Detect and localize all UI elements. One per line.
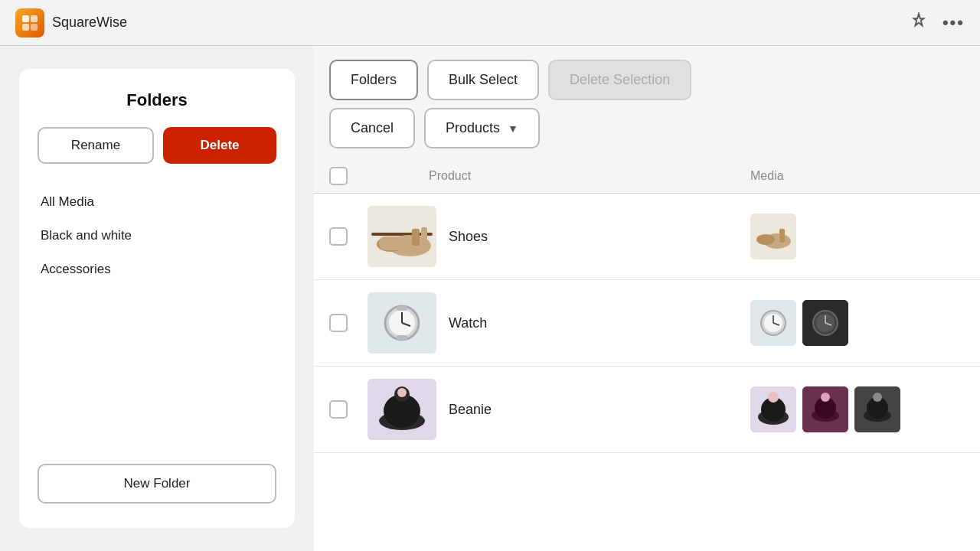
- new-folder-button[interactable]: New Folder: [38, 464, 276, 504]
- sidebar-item-all-media[interactable]: All Media: [38, 187, 276, 217]
- beanie-name: Beanie: [449, 402, 750, 418]
- table-row: Shoes: [314, 194, 980, 280]
- svg-rect-3: [31, 24, 38, 31]
- shoes-media-thumb-1[interactable]: [750, 214, 796, 259]
- svg-rect-9: [412, 229, 420, 246]
- topbar-left: SquareWise: [15, 8, 127, 37]
- table-header: Product Media: [314, 159, 980, 194]
- beanie-media: [750, 386, 965, 432]
- toolbar-row-1: Folders Bulk Select Delete Selection: [314, 46, 980, 108]
- svg-point-48: [873, 393, 882, 402]
- svg-point-44: [821, 393, 830, 402]
- beanie-checkbox[interactable]: [329, 400, 348, 419]
- delete-button[interactable]: Delete: [163, 127, 276, 164]
- svg-rect-1: [31, 15, 38, 22]
- header-product-col: Product: [368, 169, 750, 183]
- header-media-col: Media: [750, 169, 965, 183]
- svg-rect-2: [22, 24, 29, 31]
- watch-media: [750, 300, 965, 346]
- svg-point-36: [397, 388, 407, 397]
- beanie-media-thumb-3[interactable]: [854, 386, 900, 432]
- app-icon: [15, 8, 44, 37]
- svg-point-13: [756, 234, 775, 245]
- svg-rect-21: [397, 335, 407, 340]
- bulk-select-button[interactable]: Bulk Select: [427, 60, 539, 100]
- shoes-thumbnail: [368, 206, 436, 267]
- products-dropdown-label: Products: [446, 120, 500, 136]
- cancel-button[interactable]: Cancel: [329, 108, 415, 148]
- folders-button[interactable]: Folders: [329, 60, 418, 100]
- more-options-icon[interactable]: •••: [942, 13, 965, 33]
- watch-media-thumb-1[interactable]: [750, 300, 796, 346]
- shoes-media: [750, 214, 965, 259]
- beanie-media-thumb-1[interactable]: [750, 386, 796, 432]
- shoes-checkbox[interactable]: [329, 227, 348, 246]
- svg-rect-10: [421, 227, 427, 246]
- header-check-col: [329, 167, 368, 185]
- row-check-beanie: [329, 400, 368, 419]
- svg-point-40: [768, 392, 779, 403]
- main-layout: Folders Rename Delete All Media Black an…: [0, 46, 980, 551]
- topbar-right: •••: [910, 12, 965, 33]
- table-row: Watch: [314, 280, 980, 367]
- content-area: Folders Bulk Select Delete Selection Can…: [314, 46, 980, 551]
- beanie-media-thumb-2[interactable]: [802, 386, 848, 432]
- svg-rect-0: [22, 15, 29, 22]
- table-body: Shoes: [314, 194, 980, 551]
- shoes-name: Shoes: [449, 229, 750, 245]
- sidebar-title: Folders: [38, 90, 276, 110]
- toolbar-row-2: Cancel Products ▼: [314, 108, 980, 159]
- sidebar: Folders Rename Delete All Media Black an…: [0, 46, 314, 551]
- sidebar-card: Folders Rename Delete All Media Black an…: [19, 69, 295, 528]
- beanie-thumbnail: [368, 379, 436, 440]
- watch-name: Watch: [449, 315, 750, 331]
- svg-rect-14: [779, 229, 785, 243]
- row-check-watch: [329, 314, 368, 332]
- watch-media-thumb-2[interactable]: [802, 300, 848, 346]
- watch-checkbox[interactable]: [329, 314, 348, 332]
- sidebar-nav: All Media Black and white Accessories: [38, 187, 276, 464]
- sidebar-actions: Rename Delete: [38, 127, 276, 164]
- rename-button[interactable]: Rename: [38, 127, 154, 164]
- chevron-down-icon: ▼: [508, 122, 518, 135]
- pin-icon[interactable]: [910, 12, 927, 33]
- topbar: SquareWise •••: [0, 0, 980, 46]
- sidebar-item-accessories[interactable]: Accessories: [38, 254, 276, 285]
- delete-selection-button[interactable]: Delete Selection: [548, 60, 691, 100]
- select-all-checkbox[interactable]: [329, 167, 348, 185]
- sidebar-item-black-and-white[interactable]: Black and white: [38, 220, 276, 251]
- svg-rect-20: [397, 306, 407, 311]
- table-row: Beanie: [314, 367, 980, 453]
- products-dropdown[interactable]: Products ▼: [424, 108, 540, 148]
- watch-thumbnail: [368, 292, 436, 354]
- app-title: SquareWise: [52, 15, 127, 31]
- row-check-shoes: [329, 227, 368, 246]
